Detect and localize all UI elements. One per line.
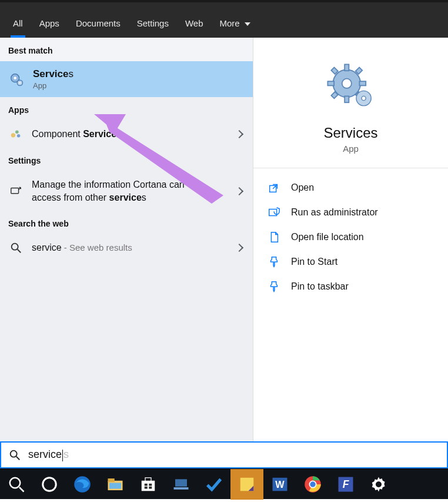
chevron-down-icon <box>245 22 250 26</box>
cortana-line2-pre: access from other <box>32 192 109 202</box>
svg-point-8 <box>12 244 18 250</box>
action-open[interactable]: Open <box>253 175 448 200</box>
svg-rect-38 <box>149 483 152 486</box>
tab-apps[interactable]: Apps <box>31 11 68 38</box>
svg-line-29 <box>19 487 24 492</box>
svg-point-26 <box>11 451 17 457</box>
svg-rect-15 <box>345 96 349 102</box>
action-open-file-location[interactable]: Open file location <box>253 225 448 250</box>
web-suffix: - See web results <box>62 242 132 252</box>
chevron-right-icon <box>235 130 243 138</box>
tab-all[interactable]: All <box>5 11 31 38</box>
svg-rect-42 <box>174 487 189 490</box>
tab-documents[interactable]: Documents <box>68 11 129 38</box>
tab-more-label: More <box>220 18 240 28</box>
details-panel: Services App Open Run as administrator O… <box>253 38 448 441</box>
svg-rect-34 <box>109 483 121 488</box>
svg-point-3 <box>19 82 21 84</box>
svg-rect-39 <box>145 486 148 488</box>
component-services-icon <box>8 128 24 141</box>
taskbar-cortana-button[interactable] <box>33 469 66 500</box>
admin-shield-icon <box>268 206 280 219</box>
best-match-text: Services App <box>33 68 73 90</box>
svg-text:F: F <box>343 478 350 490</box>
section-search-web: Search the web <box>0 211 253 234</box>
component-pre: Component <box>32 129 83 139</box>
action-open-loc-label: Open file location <box>291 232 364 242</box>
action-open-label: Open <box>291 182 314 193</box>
svg-line-27 <box>16 457 20 460</box>
taskbar-settings-button[interactable] <box>362 469 395 500</box>
svg-rect-41 <box>175 479 187 487</box>
taskbar-sticky-notes-button[interactable] <box>230 469 263 500</box>
services-large-gear-icon <box>325 61 377 114</box>
text-cursor <box>62 450 63 461</box>
pin-start-icon <box>268 255 280 268</box>
action-pin-taskbar-label: Pin to taskbar <box>291 281 349 292</box>
taskbar: W F <box>0 468 448 499</box>
svg-rect-35 <box>142 480 155 491</box>
taskbar-file-explorer-button[interactable] <box>99 469 132 500</box>
svg-point-1 <box>14 77 16 79</box>
action-pin-start[interactable]: Pin to Start <box>253 250 448 274</box>
cortana-line2-suf: s <box>142 192 146 202</box>
section-best-match: Best match <box>0 38 253 61</box>
chevron-right-icon <box>235 244 243 252</box>
result-cortana-setting[interactable]: Manage the information Cortana can acces… <box>0 171 253 211</box>
cortana-line2-bold: service <box>109 192 142 202</box>
services-gear-icon <box>8 71 25 88</box>
chevron-right-icon <box>235 187 243 195</box>
component-bold: Service <box>83 129 116 139</box>
cortana-services-icon <box>8 185 24 198</box>
tab-web[interactable]: Web <box>177 11 212 38</box>
result-web-search[interactable]: service - See web results <box>0 234 253 261</box>
taskbar-app-f-button[interactable]: F <box>329 469 362 500</box>
taskbar-todo-button[interactable] <box>198 469 230 500</box>
svg-point-4 <box>11 133 15 137</box>
taskbar-store-button[interactable] <box>132 469 165 500</box>
svg-rect-33 <box>108 478 115 482</box>
svg-rect-37 <box>145 483 148 486</box>
tab-settings[interactable]: Settings <box>129 11 177 38</box>
search-icon <box>8 448 21 461</box>
svg-point-49 <box>310 481 316 487</box>
results-panel: Best match Services App Apps Component S… <box>0 38 253 441</box>
taskbar-search-button[interactable] <box>0 469 33 500</box>
result-component-services[interactable]: Component Services <box>0 121 253 148</box>
action-run-administrator[interactable]: Run as administrator <box>253 200 448 225</box>
section-settings: Settings <box>0 148 253 171</box>
section-apps: Apps <box>0 97 253 121</box>
search-input[interactable]: services <box>0 441 448 468</box>
search-icon <box>8 241 24 254</box>
svg-point-5 <box>15 131 19 134</box>
search-category-tabs: All Apps Documents Settings Web More <box>0 0 448 38</box>
pin-taskbar-icon <box>268 280 280 293</box>
web-term: service <box>32 242 62 252</box>
action-pin-start-label: Pin to Start <box>291 257 337 267</box>
best-match-result[interactable]: Services App <box>0 61 253 97</box>
svg-point-23 <box>362 96 366 100</box>
component-suf: s <box>116 129 121 139</box>
taskbar-edge-button[interactable] <box>66 469 99 500</box>
taskbar-word-button[interactable]: W <box>263 469 296 500</box>
detail-title: Services <box>253 125 448 141</box>
svg-point-30 <box>43 477 56 491</box>
svg-line-9 <box>18 250 21 253</box>
file-location-icon <box>268 231 280 244</box>
best-title-bold: Service <box>33 68 69 79</box>
svg-rect-16 <box>327 81 334 85</box>
svg-rect-17 <box>359 81 366 85</box>
taskbar-laptop-app-button[interactable] <box>165 469 198 500</box>
tab-more[interactable]: More <box>212 11 259 38</box>
taskbar-chrome-button[interactable] <box>296 469 329 500</box>
svg-point-13 <box>342 79 351 88</box>
svg-point-6 <box>17 134 21 138</box>
svg-rect-40 <box>149 486 152 488</box>
action-pin-taskbar[interactable]: Pin to taskbar <box>253 274 448 299</box>
svg-rect-7 <box>11 188 19 193</box>
svg-text:W: W <box>275 479 285 490</box>
svg-rect-25 <box>269 210 277 216</box>
action-run-admin-label: Run as administrator <box>291 207 378 218</box>
search-typed: service <box>28 448 62 460</box>
best-sub: App <box>33 81 73 90</box>
